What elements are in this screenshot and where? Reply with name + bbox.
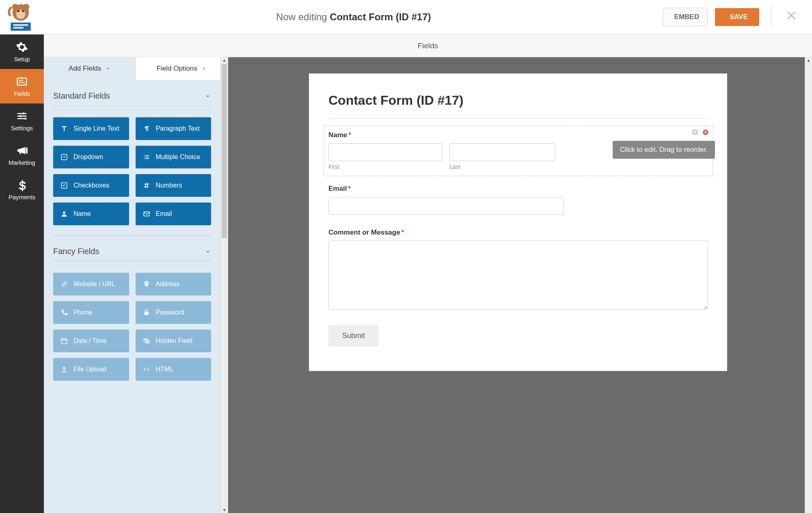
field-multiple-choice[interactable]: Multiple Choice <box>136 146 212 168</box>
field-website-url[interactable]: Website / URL <box>53 273 129 295</box>
field-label: Date / Time <box>73 337 107 345</box>
tab-field-options[interactable]: Field Options <box>136 57 228 80</box>
left-scrollbar[interactable]: ▲ ▼ <box>220 57 228 513</box>
label-text: Name <box>328 131 347 139</box>
last-sublabel: Last <box>449 164 555 170</box>
scroll-down-icon[interactable]: ▼ <box>221 507 228 513</box>
sidenav-item-payments[interactable]: Payments <box>0 172 44 207</box>
chevron-down-icon <box>205 248 211 255</box>
form-preview[interactable]: Contact Form (ID #17) Click to edit. Dra… <box>309 73 727 371</box>
preview-scrollbar[interactable]: ▲ <box>805 57 812 513</box>
embed-button[interactable]: EMBED <box>663 8 708 26</box>
label-text: Comment or Message <box>328 228 400 236</box>
sidenav-label: Fields <box>14 90 30 97</box>
section-title: Standard Fields <box>53 91 110 101</box>
panel-tabs: Add Fields Field Options <box>44 57 228 80</box>
field-label: Email <box>156 210 172 218</box>
top-bar: Now editing Contact Form (ID #17) EMBED … <box>0 0 812 34</box>
link-icon <box>60 280 68 288</box>
email-input[interactable] <box>328 197 564 215</box>
section-standard-fields[interactable]: Standard Fields <box>53 80 211 106</box>
svg-rect-7 <box>13 27 24 28</box>
close-button[interactable] <box>782 9 802 25</box>
required-asterisk: * <box>348 131 351 139</box>
field-dropdown[interactable]: Dropdown <box>53 146 129 168</box>
last-name-input[interactable] <box>449 143 555 161</box>
subheader-label: Fields <box>418 41 438 50</box>
check-square-icon <box>60 182 68 189</box>
sidenav-item-marketing[interactable]: Marketing <box>0 138 44 172</box>
svg-rect-6 <box>13 24 28 26</box>
field-paragraph-text[interactable]: Paragraph Text <box>136 117 212 140</box>
envelope-icon <box>143 210 150 218</box>
field-address[interactable]: Address <box>136 273 212 295</box>
save-button[interactable]: SAVE <box>715 8 759 26</box>
scroll-up-icon[interactable]: ▲ <box>805 57 812 63</box>
field-password[interactable]: Password <box>136 301 212 324</box>
svg-rect-9 <box>19 80 23 81</box>
svg-rect-18 <box>144 312 149 315</box>
caret-square-icon <box>60 153 68 161</box>
preview-field-email[interactable]: Email* <box>328 185 708 215</box>
phone-icon <box>60 309 68 316</box>
preview-field-name[interactable]: Click to edit. Drag to reorder. Name* Fi… <box>323 126 713 176</box>
field-label: File Upload <box>73 366 106 373</box>
edit-tooltip: Click to edit. Drag to reorder. <box>613 141 715 159</box>
svg-rect-10 <box>19 82 25 83</box>
sidenav-label: Payments <box>9 194 36 200</box>
svg-point-4 <box>17 10 19 12</box>
sidenav-item-setup[interactable]: Setup <box>0 34 44 69</box>
field-html[interactable]: HTML <box>136 358 212 381</box>
sidenav-label: Settings <box>11 125 33 131</box>
field-label: Address <box>156 280 180 288</box>
field-label: HTML <box>156 366 174 373</box>
scroll-up-icon[interactable]: ▲ <box>221 57 228 63</box>
first-name-input[interactable] <box>328 143 442 161</box>
scroll-thumb[interactable] <box>222 64 227 238</box>
sidenav-item-fields[interactable]: Fields <box>0 69 44 103</box>
topbar-actions: EMBED SAVE <box>663 5 802 29</box>
section-fancy-fields[interactable]: Fancy Fields <box>53 235 211 261</box>
subheader: Fields <box>44 34 812 57</box>
bullhorn-icon <box>16 144 28 157</box>
side-nav: Setup Fields Settings Marketing Payments <box>0 34 44 513</box>
message-textarea[interactable] <box>328 241 708 310</box>
calendar-icon <box>60 337 68 345</box>
fields-panel: Add Fields Field Options Standard Fields… <box>44 57 228 513</box>
chevron-down-icon <box>105 66 111 71</box>
field-label: Phone <box>73 309 92 316</box>
svg-rect-8 <box>17 78 27 85</box>
field-numbers[interactable]: Numbers <box>136 174 212 197</box>
tab-add-fields[interactable]: Add Fields <box>44 57 136 80</box>
field-label: Single Line Text <box>73 125 119 132</box>
svg-point-11 <box>22 112 24 114</box>
field-label: Numbers <box>156 182 182 189</box>
field-date-time[interactable]: Date / Time <box>53 330 129 352</box>
editing-prefix: Now editing <box>276 11 330 22</box>
sidenav-item-settings[interactable]: Settings <box>0 103 44 138</box>
field-name[interactable]: Name <box>53 203 129 225</box>
field-hover-actions <box>691 129 709 136</box>
upload-icon <box>60 366 68 373</box>
field-hidden[interactable]: Hidden Field <box>136 330 212 352</box>
chevron-right-icon <box>201 66 207 71</box>
field-checkboxes[interactable]: Checkboxes <box>53 174 129 197</box>
svg-rect-21 <box>694 131 698 135</box>
preview-field-message[interactable]: Comment or Message* <box>328 228 708 311</box>
duplicate-icon[interactable] <box>691 129 699 136</box>
field-single-line-text[interactable]: Single Line Text <box>53 117 129 140</box>
delete-icon[interactable] <box>702 129 709 136</box>
field-label: Hidden Field <box>156 337 192 345</box>
logo-wrap <box>6 2 45 32</box>
field-phone[interactable]: Phone <box>53 301 129 324</box>
sidenav-label: Setup <box>14 56 30 63</box>
sidenav-label: Marketing <box>9 159 35 166</box>
message-label: Comment or Message* <box>328 228 708 237</box>
submit-button[interactable]: Submit <box>328 325 379 347</box>
name-label: Name* <box>328 131 708 139</box>
code-icon <box>143 366 150 373</box>
editing-title: Now editing Contact Form (ID #17) <box>45 11 663 23</box>
field-file-upload[interactable]: File Upload <box>53 358 129 381</box>
field-email[interactable]: Email <box>136 203 212 225</box>
submit-label: Submit <box>342 332 365 340</box>
